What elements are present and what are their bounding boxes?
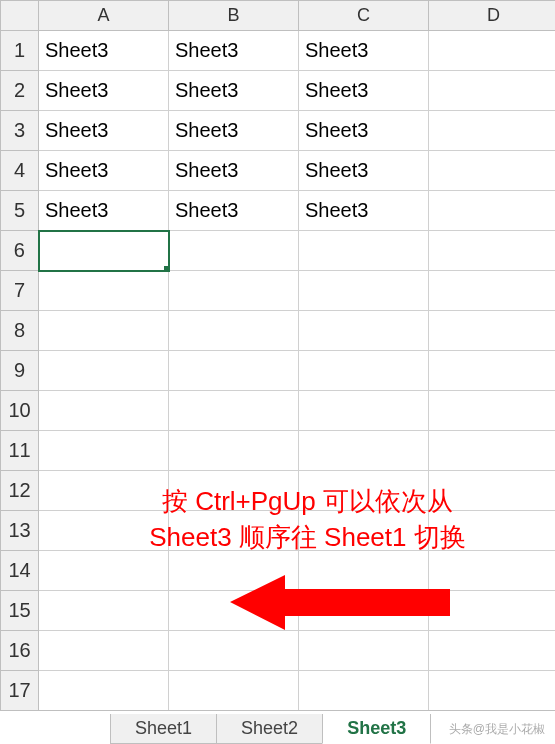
cell-A2[interactable]: Sheet3 (39, 71, 169, 111)
cell-A14[interactable] (39, 551, 169, 591)
cell-D13[interactable] (429, 511, 556, 551)
sheet-tab-sheet3[interactable]: Sheet3 (322, 714, 431, 744)
table-row: 8 (1, 311, 556, 351)
cell-A12[interactable] (39, 471, 169, 511)
cell-D5[interactable] (429, 191, 556, 231)
table-row: 13 (1, 511, 556, 551)
cell-B7[interactable] (169, 271, 299, 311)
row-header-9[interactable]: 9 (1, 351, 39, 391)
row-header-16[interactable]: 16 (1, 631, 39, 671)
cell-A3[interactable]: Sheet3 (39, 111, 169, 151)
cell-A16[interactable] (39, 631, 169, 671)
cell-C9[interactable] (299, 351, 429, 391)
cell-D17[interactable] (429, 671, 556, 711)
cell-D15[interactable] (429, 591, 556, 631)
cell-D2[interactable] (429, 71, 556, 111)
cell-C16[interactable] (299, 631, 429, 671)
cell-A7[interactable] (39, 271, 169, 311)
row-header-5[interactable]: 5 (1, 191, 39, 231)
cell-B11[interactable] (169, 431, 299, 471)
cell-C14[interactable] (299, 551, 429, 591)
cell-B14[interactable] (169, 551, 299, 591)
cell-A6-active[interactable] (39, 231, 169, 271)
cell-C2[interactable]: Sheet3 (299, 71, 429, 111)
cell-D14[interactable] (429, 551, 556, 591)
cell-B10[interactable] (169, 391, 299, 431)
select-all-corner[interactable] (1, 1, 39, 31)
row-header-13[interactable]: 13 (1, 511, 39, 551)
cell-D8[interactable] (429, 311, 556, 351)
cell-D7[interactable] (429, 271, 556, 311)
cell-A17[interactable] (39, 671, 169, 711)
col-header-D[interactable]: D (429, 1, 556, 31)
row-header-12[interactable]: 12 (1, 471, 39, 511)
cell-A1[interactable]: Sheet3 (39, 31, 169, 71)
cell-A8[interactable] (39, 311, 169, 351)
cell-D10[interactable] (429, 391, 556, 431)
row-header-8[interactable]: 8 (1, 311, 39, 351)
sheet-tab-sheet2[interactable]: Sheet2 (216, 714, 323, 744)
row-header-4[interactable]: 4 (1, 151, 39, 191)
col-header-A[interactable]: A (39, 1, 169, 31)
cell-B17[interactable] (169, 671, 299, 711)
cell-D4[interactable] (429, 151, 556, 191)
cell-B13[interactable] (169, 511, 299, 551)
table-row: 6 (1, 231, 556, 271)
row-header-2[interactable]: 2 (1, 71, 39, 111)
row-header-10[interactable]: 10 (1, 391, 39, 431)
cell-B16[interactable] (169, 631, 299, 671)
cell-B1[interactable]: Sheet3 (169, 31, 299, 71)
cell-A10[interactable] (39, 391, 169, 431)
cell-C5[interactable]: Sheet3 (299, 191, 429, 231)
cell-A11[interactable] (39, 431, 169, 471)
cell-B3[interactable]: Sheet3 (169, 111, 299, 151)
row-header-14[interactable]: 14 (1, 551, 39, 591)
cell-C1[interactable]: Sheet3 (299, 31, 429, 71)
row-header-17[interactable]: 17 (1, 671, 39, 711)
cell-B9[interactable] (169, 351, 299, 391)
cell-D16[interactable] (429, 631, 556, 671)
sheet-tab-sheet1[interactable]: Sheet1 (110, 714, 217, 744)
cell-D1[interactable] (429, 31, 556, 71)
cell-C6[interactable] (299, 231, 429, 271)
cell-B8[interactable] (169, 311, 299, 351)
cell-B5[interactable]: Sheet3 (169, 191, 299, 231)
cell-D3[interactable] (429, 111, 556, 151)
cell-D12[interactable] (429, 471, 556, 511)
cell-A15[interactable] (39, 591, 169, 631)
cell-B4[interactable]: Sheet3 (169, 151, 299, 191)
column-header-row: A B C D (1, 1, 556, 31)
cell-A13[interactable] (39, 511, 169, 551)
cell-C11[interactable] (299, 431, 429, 471)
row-header-7[interactable]: 7 (1, 271, 39, 311)
col-header-B[interactable]: B (169, 1, 299, 31)
cell-A5[interactable]: Sheet3 (39, 191, 169, 231)
cell-A4[interactable]: Sheet3 (39, 151, 169, 191)
table-row: 16 (1, 631, 556, 671)
row-header-15[interactable]: 15 (1, 591, 39, 631)
row-header-1[interactable]: 1 (1, 31, 39, 71)
cell-C15[interactable] (299, 591, 429, 631)
row-header-11[interactable]: 11 (1, 431, 39, 471)
cell-A9[interactable] (39, 351, 169, 391)
cell-B6[interactable] (169, 231, 299, 271)
cell-C12[interactable] (299, 471, 429, 511)
table-row: 1 Sheet3 Sheet3 Sheet3 (1, 31, 556, 71)
col-header-C[interactable]: C (299, 1, 429, 31)
cell-D9[interactable] (429, 351, 556, 391)
cell-D11[interactable] (429, 431, 556, 471)
cell-B12[interactable] (169, 471, 299, 511)
cell-D6[interactable] (429, 231, 556, 271)
cell-C13[interactable] (299, 511, 429, 551)
cell-C4[interactable]: Sheet3 (299, 151, 429, 191)
cell-C17[interactable] (299, 671, 429, 711)
row-header-6[interactable]: 6 (1, 231, 39, 271)
cell-C3[interactable]: Sheet3 (299, 111, 429, 151)
row-header-3[interactable]: 3 (1, 111, 39, 151)
cell-C8[interactable] (299, 311, 429, 351)
cell-C10[interactable] (299, 391, 429, 431)
cell-C7[interactable] (299, 271, 429, 311)
cell-B2[interactable]: Sheet3 (169, 71, 299, 111)
cell-B15[interactable] (169, 591, 299, 631)
grid-area[interactable]: A B C D 1 Sheet3 Sheet3 Sheet3 2 Sheet3 … (0, 0, 555, 710)
